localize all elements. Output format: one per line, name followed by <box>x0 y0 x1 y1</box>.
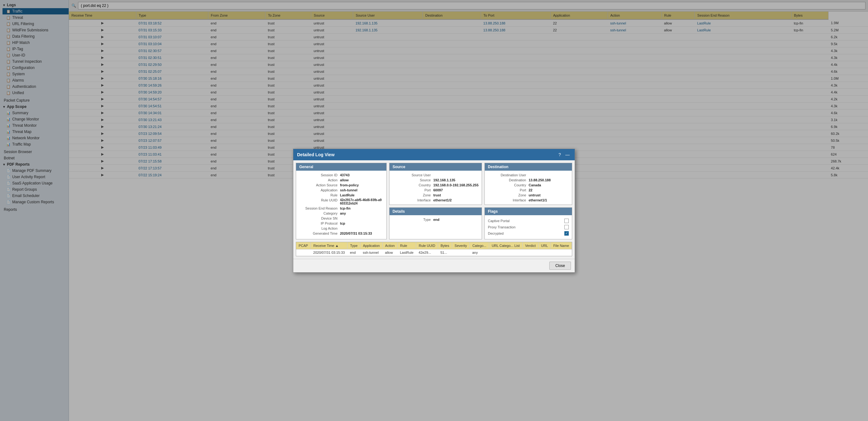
decrypted-checkbox[interactable]: ✓ <box>564 231 569 235</box>
dest-port-value: 22 <box>529 188 532 192</box>
general-panel: General Session ID 43743 Action allow Ac… <box>296 163 387 240</box>
ip-protocol-row: IP Protocol tcp <box>299 221 383 226</box>
source-ip-row: Source 192.168.1.135 <box>393 177 478 183</box>
modal-body: General Session ID 43743 Action allow Ac… <box>293 160 575 259</box>
dest-zone-label: Zone <box>488 193 529 197</box>
dest-country-label: Country <box>488 183 529 187</box>
details-type-label: Type <box>393 218 433 222</box>
log-action-row: Log Action <box>299 226 383 231</box>
destination-panel: Destination Destination User Destination… <box>485 163 572 205</box>
action-source-row: Action Source from-policy <box>299 183 383 188</box>
source-ip-label: Source <box>393 178 433 182</box>
device-sn-row: Device SN <box>299 216 383 221</box>
dest-user-row: Destination User <box>488 172 569 177</box>
right-column: Destination Destination User Destination… <box>485 163 572 240</box>
category-value: any <box>340 212 346 215</box>
source-country-value: 192.168.0.0-192.168.255.255 <box>433 183 478 187</box>
session-id-label: Session ID <box>299 173 340 177</box>
session-end-reason-label: Session End Reason <box>299 206 340 210</box>
close-button[interactable]: Close <box>549 262 571 270</box>
details-panel-body: Type end <box>390 215 482 224</box>
source-panel-body: Source User Source 192.168.1.135 Country… <box>390 171 482 204</box>
source-panel-title: Source <box>390 163 482 171</box>
application-row: Application ssh-tunnel <box>299 188 383 193</box>
inner-category-cell: any <box>470 249 489 256</box>
inner-col-pcap: PCAP <box>296 242 311 249</box>
general-panel-body: Session ID 43743 Action allow Action Sou… <box>296 171 386 238</box>
inner-verdict-cell <box>522 249 538 256</box>
inner-receive-time-cell: 2020/07/31 03:15:33 <box>311 249 347 256</box>
category-row: Category any <box>299 211 383 216</box>
rule-row: Rule LastRule <box>299 193 383 198</box>
generated-time-value: 2020/07/31 03:15:33 <box>340 231 372 235</box>
device-sn-label: Device SN <box>299 217 340 220</box>
proxy-transaction-checkbox[interactable] <box>564 225 569 229</box>
proxy-transaction-label: Proxy Transaction <box>488 225 516 229</box>
inner-col-type: Type <box>347 242 360 249</box>
inner-col-verdict: Verdict <box>522 242 538 249</box>
source-interface-row: Interface ethernet1/2 <box>393 198 478 203</box>
source-country-label: Country <box>393 183 433 187</box>
source-ip-value: 192.168.1.135 <box>433 178 455 182</box>
inner-col-rule-uuid: Rule UUID <box>416 242 438 249</box>
dest-country-value: Canada <box>529 183 541 187</box>
inner-rule-cell: LastRule <box>397 249 416 256</box>
source-port-label: Port <box>393 188 433 192</box>
modal-title-icons: ? — <box>557 151 571 158</box>
dest-zone-value: untrust <box>529 193 540 197</box>
flags-panel: Flags Captive Portal Proxy Transaction <box>485 207 572 240</box>
modal-collapse-button[interactable]: — <box>564 151 571 158</box>
inner-table-row: 2020/07/31 03:15:33 end ssh-tunnel allow… <box>296 249 572 256</box>
inner-col-url: URL <box>538 242 551 249</box>
destination-panel-title: Destination <box>485 163 572 171</box>
captive-portal-label: Captive Portal <box>488 219 509 223</box>
modal-top-row: General Session ID 43743 Action allow Ac… <box>296 163 572 240</box>
dest-country-row: Country Canada <box>488 183 569 188</box>
category-label: Category <box>299 212 340 215</box>
source-zone-value: trust <box>433 193 441 197</box>
inner-url-category-cell <box>489 249 523 256</box>
modal-help-button[interactable]: ? <box>557 151 562 158</box>
inner-severity-cell <box>452 249 470 256</box>
source-zone-row: Zone trust <box>393 193 478 198</box>
inner-type-cell: end <box>347 249 360 256</box>
log-action-label: Log Action <box>299 226 340 230</box>
generated-time-label: Generated Time <box>299 231 340 235</box>
inner-col-receive-time: Receive Time ▲ <box>311 242 347 249</box>
inner-col-rule: Rule <box>397 242 416 249</box>
ip-protocol-label: IP Protocol <box>299 222 340 225</box>
decrypted-row: Decrypted ✓ <box>488 230 569 236</box>
inner-col-file-name: File Name <box>551 242 571 249</box>
inner-application-cell: ssh-tunnel <box>360 249 382 256</box>
flags-panel-title: Flags <box>485 208 572 215</box>
inner-col-action: Action <box>382 242 398 249</box>
session-id-value: 43743 <box>340 173 350 177</box>
source-port-value: 60097 <box>433 188 443 192</box>
decrypted-label: Decrypted <box>488 231 503 235</box>
details-type-row: Type end <box>393 217 478 222</box>
dest-port-label: Port <box>488 188 529 192</box>
rule-value: LastRule <box>340 193 354 197</box>
dest-interface-value: ethernet1/1 <box>529 198 547 202</box>
dest-ip-label: Destination <box>488 178 529 182</box>
flags-body: Captive Portal Proxy Transaction Decrypt… <box>485 215 572 239</box>
source-panel: Source Source User Source 192.168.1.135 <box>389 163 482 205</box>
dest-interface-label: Interface <box>488 198 529 202</box>
inner-bytes-cell: 51... <box>438 249 452 256</box>
dest-zone-row: Zone untrust <box>488 193 569 198</box>
action-row: Action allow <box>299 177 383 183</box>
dest-port-row: Port 22 <box>488 188 569 193</box>
action-label: Action <box>299 178 340 182</box>
details-panel: Details Type end <box>389 207 482 240</box>
inner-col-category: Catego... <box>470 242 489 249</box>
session-end-reason-value: tcp-fin <box>340 206 351 210</box>
rule-label: Rule <box>299 193 340 197</box>
inner-url-cell <box>538 249 551 256</box>
inner-pcap-cell <box>296 249 311 256</box>
source-interface-label: Interface <box>393 198 433 202</box>
rule-uuid-value: 42e2917c-abf5-46d8-93fb-a9603312eb24 <box>340 198 383 205</box>
captive-portal-checkbox[interactable] <box>564 219 569 223</box>
application-label: Application <box>299 188 340 192</box>
destination-panel-body: Destination User Destination 13.88.250.1… <box>485 171 572 204</box>
proxy-transaction-row: Proxy Transaction <box>488 224 569 230</box>
